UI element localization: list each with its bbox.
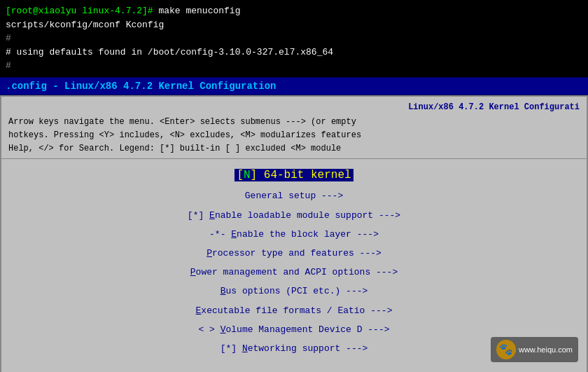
menu-item-general-setup[interactable]: General setup ---> <box>15 186 573 205</box>
watermark-icon: 🐾 <box>496 340 516 359</box>
prompt-line-1: [root@xiaolyu linux-4.7.2]# make menucon… <box>6 4 582 18</box>
menuconfig-header: Linux/x86 4.7.2 Kernel Configurati Arrow… <box>1 97 587 160</box>
menuconfig-header-title: Linux/x86 4.7.2 Kernel Configurati <box>8 101 580 114</box>
menu-item-executable-formats[interactable]: Executable file formats / Eatio ---> <box>15 301 573 320</box>
menu-item-loadable-module[interactable]: [*] Enable loadable module support ---> <box>15 206 573 225</box>
menu-item-networking[interactable]: [*] Networking support ---> <box>15 339 573 358</box>
terminal-output: [root@xiaolyu linux-4.7.2]# make menucon… <box>0 0 588 77</box>
help-line-3: Help, </> for Search. Legend: [*] built-… <box>8 142 580 156</box>
help-line-1: Arrow keys navigate the menu. <Enter> se… <box>8 116 580 129</box>
comment-line-2: # using defaults found in /boot/config-3… <box>6 46 582 60</box>
watermark-overlay: 🐾 www.heiqu.com <box>491 337 578 362</box>
menu-item-volume-mgmt[interactable]: < > Volume Management Device D ---> <box>15 320 573 339</box>
menu-item-block-layer[interactable]: -*- Enable the block layer ---> <box>15 225 573 244</box>
menu-item-64bit[interactable]: [N] 64-bit kernel <box>15 166 573 185</box>
prompt-root: [root@xiaolyu linux-4.7.2]# <box>6 6 153 16</box>
selected-item-text[interactable]: [N] 64-bit kernel <box>234 169 353 181</box>
help-line-2: hotkeys. Pressing <Y> includes, <N> excl… <box>8 129 580 142</box>
title-bar: .config - Linux/x86 4.7.2 Kernel Configu… <box>0 77 588 95</box>
title-text: .config - Linux/x86 4.7.2 Kernel Configu… <box>6 81 276 92</box>
comment-line-3: # <box>6 59 582 73</box>
menu-item-processor-type[interactable]: Processor type and features ---> <box>15 244 573 263</box>
menu-item-power-management[interactable]: Power management and ACPI options ---> <box>15 263 573 282</box>
menu-item-bus-options[interactable]: Bus options (PCI etc.) ---> <box>15 282 573 301</box>
comment-line-1: # <box>6 32 582 46</box>
prompt-cmd: make menuconfig <box>158 6 240 16</box>
output-line-1: scripts/kconfig/mconf Kconfig <box>6 18 582 32</box>
watermark-text: www.heiqu.com <box>519 345 573 354</box>
menuconfig-panel: Linux/x86 4.7.2 Kernel Configurati Arrow… <box>0 95 588 373</box>
